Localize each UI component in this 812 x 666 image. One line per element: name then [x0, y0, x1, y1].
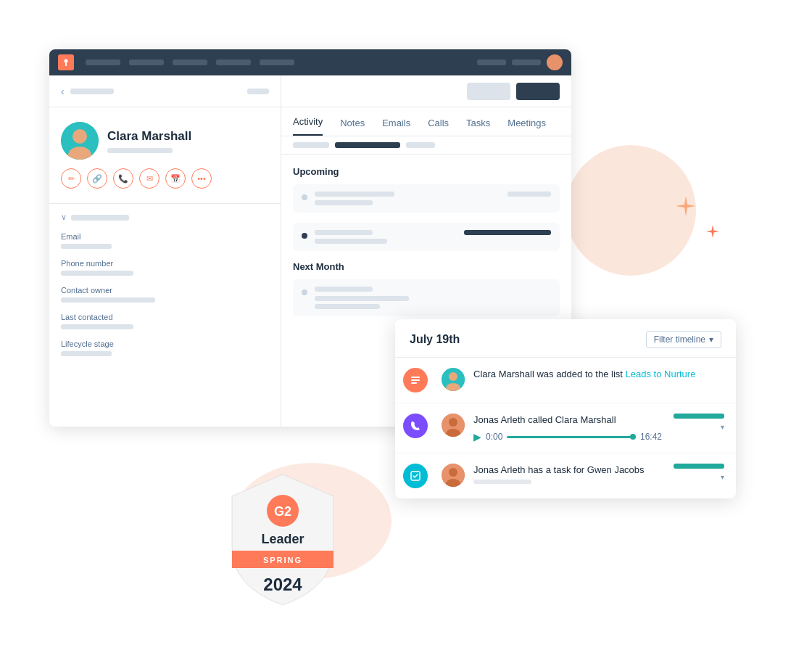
svg-text:G2: G2 [274, 504, 291, 519]
back-icon[interactable]: ‹ [61, 86, 65, 97]
fields-header: ∨ [61, 213, 269, 222]
contact-avatar [61, 122, 99, 160]
content-btn-2[interactable] [516, 83, 560, 100]
field-last-contacted-label: Last contacted [61, 313, 269, 321]
scene: ‹ [0, 0, 812, 666]
timeline-pill-2c [315, 239, 387, 244]
tl-body-3: Jonas Arleth has a task for Gwen Jacobs [471, 453, 674, 494]
svg-rect-9 [411, 377, 420, 378]
field-email-label: Email [61, 232, 269, 241]
tl-avatar-col-3 [436, 453, 471, 497]
contact-top: Clara Marshall [61, 122, 269, 160]
more-icon[interactable]: ••• [191, 168, 212, 189]
section-header-pill [71, 215, 129, 221]
tl-avatar-col-1 [436, 358, 471, 401]
audio-time-start: 0:00 [486, 432, 502, 442]
sparkle-icon-2 [706, 225, 719, 238]
timeline-pill-2b [464, 230, 551, 235]
filter-pill-1 [293, 142, 329, 148]
calendar-icon[interactable]: 📅 [165, 168, 186, 189]
timeline-dot-3 [302, 289, 307, 295]
nav-pill-2 [512, 59, 541, 65]
tl-right-col-3: ▾ [674, 453, 736, 491]
tl-date: July 19th [410, 333, 460, 346]
crm-topnav [49, 49, 571, 75]
tab-emails[interactable]: Emails [382, 118, 410, 136]
tl-task-icon [403, 464, 428, 488]
sidebar-header: ‹ [49, 75, 281, 107]
crm-tabs: Activity Notes Emails Calls Tasks Meetin… [281, 107, 571, 136]
svg-text:SPRING: SPRING [263, 556, 302, 564]
tl-row-3: Jonas Arleth has a task for Gwen Jacobs … [395, 453, 736, 498]
svg-marker-0 [676, 196, 696, 216]
nav-link-2 [129, 59, 164, 65]
tab-tasks[interactable]: Tasks [466, 118, 490, 136]
email-icon[interactable]: ✉ [139, 168, 160, 189]
tab-activity[interactable]: Activity [293, 116, 323, 136]
user-avatar-nav [547, 54, 563, 70]
tl-link-1[interactable]: Leads to Nurture [626, 369, 696, 379]
section-next-month: Next Month [293, 261, 560, 272]
crm-nav-links [86, 59, 465, 65]
tl-text-plain-1: Clara Marshall was added to the list [473, 369, 626, 379]
tab-calls[interactable]: Calls [428, 118, 449, 136]
tl-expand-icon-3[interactable]: ▾ [721, 473, 724, 481]
g2-shield-svg: G2 Leader SPRING 2024 [225, 471, 341, 605]
tab-meetings[interactable]: Meetings [508, 118, 546, 136]
field-lifecycle-value [61, 351, 112, 356]
timeline-pill-3b [315, 296, 409, 301]
timeline-content-2 [315, 230, 551, 244]
field-owner-label: Contact owner [61, 286, 269, 295]
timeline-dot-1 [302, 194, 307, 200]
sparkle-icon-1 [676, 196, 696, 216]
tl-body-2: Jonas Arleth called Clara Marshall ▶ 0:0… [471, 403, 674, 453]
contact-fields: ∨ Email Phone number Contact owner [49, 204, 281, 375]
play-icon[interactable]: ▶ [473, 431, 481, 443]
timeline-dot-2 [302, 233, 307, 239]
timeline-panel: July 19th Filter timeline ▾ [395, 319, 736, 498]
filter-bar [281, 136, 571, 155]
tl-status-bar-2 [674, 414, 724, 419]
nav-link-3 [173, 59, 207, 65]
nav-pill-1 [477, 59, 506, 65]
svg-text:Leader: Leader [261, 532, 304, 546]
tl-header: July 19th Filter timeline ▾ [395, 319, 736, 358]
filter-timeline-label: Filter timeline [654, 334, 705, 345]
timeline-row-1a [315, 192, 551, 197]
timeline-content-1 [315, 192, 551, 205]
svg-point-7 [72, 129, 87, 144]
nav-link-1 [86, 59, 120, 65]
tl-text-2: Jonas Arleth called Clara Marshall [473, 414, 662, 427]
field-phone-value [61, 271, 133, 276]
tl-items: Clara Marshall was added to the list Lea… [395, 358, 736, 498]
tl-icon-col-1 [395, 358, 436, 403]
tl-text-3: Jonas Arleth has a task for Gwen Jacobs [473, 464, 662, 477]
crm-nav-right [477, 54, 563, 70]
contact-subtitle [107, 148, 173, 153]
svg-point-13 [449, 372, 457, 381]
phone-icon[interactable]: 📞 [113, 168, 133, 189]
tl-expand-icon-2[interactable]: ▾ [721, 423, 724, 431]
tl-text-1: Clara Marshall was added to the list Lea… [473, 368, 724, 381]
chevron-icon: ∨ [61, 213, 67, 222]
tl-icon-col-2 [395, 403, 436, 448]
tl-status-bar-3 [674, 464, 724, 469]
link-icon[interactable]: 🔗 [87, 168, 107, 189]
timeline-item-1 [293, 184, 560, 213]
contact-info: Clara Marshall [107, 129, 191, 153]
tl-right-col-2: ▾ [674, 403, 736, 441]
svg-marker-1 [706, 225, 719, 238]
tab-notes[interactable]: Notes [340, 118, 365, 136]
field-phone: Phone number [61, 259, 269, 276]
nav-link-4 [216, 59, 251, 65]
field-last-contacted-value [61, 324, 133, 329]
svg-rect-10 [411, 379, 420, 381]
audio-progress-bar[interactable] [507, 436, 636, 438]
filter-timeline-button[interactable]: Filter timeline ▾ [646, 331, 721, 348]
edit-icon[interactable]: ✏ [61, 168, 81, 189]
content-btn-1[interactable] [467, 83, 510, 100]
timeline-pill-1b [508, 192, 551, 197]
timeline-content-3 [315, 287, 551, 309]
section-upcoming: Upcoming [293, 166, 560, 177]
tl-phone-icon [403, 414, 428, 438]
